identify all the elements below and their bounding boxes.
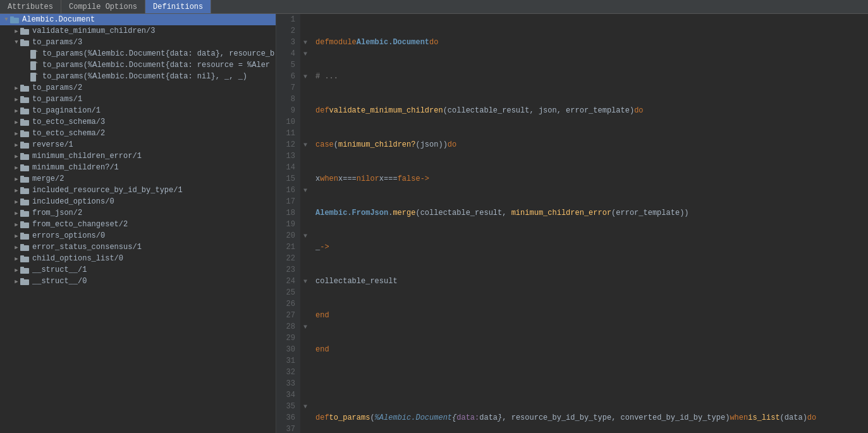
expand-arrow: ▼ [13, 39, 20, 46]
sidebar-item-from-json-2[interactable]: ▶ from_json/2 [0, 207, 276, 219]
sidebar-item-from-ecto-changeset[interactable]: ▶ from_ecto_changeset/2 [0, 219, 276, 230]
sidebar-item-label: to_ecto_schema/3 [32, 118, 105, 126]
code-editor: 12345 678910 1112131415 1617181920 21222… [276, 14, 868, 433]
sidebar-item-label: from_json/2 [32, 209, 82, 217]
sidebar-item-label: minimum_children_error/1 [32, 152, 142, 161]
svg-rect-45 [20, 267, 24, 269]
expand-arrow: ▶ [13, 187, 20, 194]
sidebar-item-struct-0[interactable]: ▶ __struct__/0 [0, 276, 276, 287]
sidebar-item-to-params-3[interactable]: ▼ to_params/3 [0, 37, 276, 48]
file-icon [30, 50, 40, 58]
sidebar-item-label: to_params/3 [32, 38, 82, 47]
svg-rect-24 [20, 154, 29, 160]
svg-rect-13 [20, 85, 24, 87]
sidebar-item-included-resource[interactable]: ▶ included_resource_by_id_by_type/1 [0, 185, 276, 196]
svg-rect-20 [20, 131, 29, 137]
svg-rect-32 [20, 200, 29, 205]
folder-icon [20, 175, 30, 183]
sidebar-item-to-params-nil[interactable]: to_params(%Alembic.Document{data: nil}, … [0, 71, 276, 82]
line-numbers: 12345 678910 1112131415 1617181920 21222… [276, 14, 300, 433]
sidebar-item-child-options-list[interactable]: ▶ child_options_list/0 [0, 253, 276, 264]
tab-compile-options[interactable]: Compile Options [61, 0, 145, 13]
tab-bar: Attributes Compile Options Definitions [0, 0, 868, 14]
folder-icon [20, 198, 30, 205]
sidebar-item-merge-2[interactable]: ▶ merge/2 [0, 173, 276, 185]
expand-arrow: ▶ [13, 85, 20, 92]
sidebar-item-validate-minimum-children[interactable]: ▶ validate_minimum_children/3 [0, 25, 276, 37]
svg-rect-35 [20, 210, 24, 212]
svg-rect-33 [20, 198, 24, 200]
sidebar-item-label: from_ecto_changeset/2 [32, 220, 128, 229]
sidebar-item-label: __struct__/0 [32, 277, 87, 286]
svg-rect-43 [20, 255, 24, 257]
file-icon [30, 61, 40, 69]
svg-rect-38 [20, 234, 29, 240]
expand-arrow: ▶ [13, 107, 20, 114]
sidebar-item-to-params-data-resource2[interactable]: to_params(%Alembic.Document{data: resour… [0, 59, 276, 71]
sidebar-item-minimum-children-q[interactable]: ▶ minimum_children?/1 [0, 162, 276, 173]
sidebar-item-label: to_params/1 [32, 95, 82, 104]
svg-rect-3 [20, 28, 24, 30]
svg-marker-7 [36, 50, 38, 52]
folder-icon [10, 16, 20, 23]
svg-rect-42 [20, 257, 29, 262]
svg-rect-47 [20, 278, 24, 280]
expand-arrow: ▼ [3, 16, 10, 23]
expand-arrow: ▶ [13, 153, 20, 160]
folder-icon [20, 39, 30, 46]
expand-arrow: ▶ [13, 130, 20, 137]
expand-arrow: ▶ [13, 267, 20, 274]
sidebar-item-label: included_options/0 [32, 197, 114, 206]
sidebar-item-label: included_resource_by_id_by_type/1 [32, 186, 183, 195]
sidebar-item-to-ecto-schema-3[interactable]: ▶ to_ecto_schema/3 [0, 116, 276, 128]
svg-rect-25 [20, 153, 24, 155]
svg-rect-1 [10, 16, 14, 18]
expand-arrow: ▶ [13, 176, 20, 183]
sidebar-item-alembic-document[interactable]: ▼ Alembic.Document [0, 14, 276, 25]
folder-icon [20, 95, 30, 103]
sidebar-item-minimum-children-error[interactable]: ▶ minimum_children_error/1 [0, 150, 276, 162]
sidebar-item-to-pagination-1[interactable]: ▶ to_pagination/1 [0, 105, 276, 116]
sidebar-item-to-params-2[interactable]: ▶ to_params/2 [0, 82, 276, 94]
folder-icon [20, 118, 30, 126]
tab-definitions[interactable]: Definitions [145, 0, 211, 13]
sidebar-item-to-params-1[interactable]: ▶ to_params/1 [0, 94, 276, 105]
svg-rect-29 [20, 176, 24, 178]
folder-icon [20, 107, 30, 114]
expand-arrow: ▶ [13, 198, 20, 205]
svg-rect-14 [20, 97, 29, 103]
sidebar-item-label: child_options_list/0 [32, 254, 123, 263]
sidebar-item-label: to_params/2 [32, 83, 82, 92]
tab-attributes[interactable]: Attributes [0, 0, 61, 13]
code-content: defmodule Alembic.Document do # ... def … [310, 14, 868, 433]
expand-arrow: ▶ [13, 210, 20, 217]
svg-rect-19 [20, 119, 24, 121]
svg-rect-40 [20, 245, 29, 251]
folder-icon [20, 152, 30, 160]
svg-rect-16 [20, 109, 29, 114]
sidebar[interactable]: ▼ Alembic.Document ▶ validate_minimum_ch… [0, 14, 276, 433]
svg-rect-37 [20, 221, 24, 223]
folder-icon [20, 141, 30, 149]
sidebar-item-errors-options[interactable]: ▶ errors_options/0 [0, 230, 276, 241]
svg-rect-4 [20, 40, 29, 46]
expand-arrow: ▶ [13, 142, 20, 149]
expand-arrow: ▶ [13, 255, 20, 262]
sidebar-item-error-status-consensus[interactable]: ▶ error_status_consensus/1 [0, 241, 276, 253]
svg-rect-44 [20, 268, 29, 274]
sidebar-item-label: reverse/1 [32, 140, 73, 149]
sidebar-item-to-ecto-schema-2[interactable]: ▶ to_ecto_schema/2 [0, 128, 276, 139]
sidebar-item-reverse-1[interactable]: ▶ reverse/1 [0, 139, 276, 150]
svg-marker-11 [36, 73, 38, 75]
sidebar-item-struct-1[interactable]: ▶ __struct__/1 [0, 264, 276, 276]
expand-arrow: ▶ [13, 28, 20, 35]
expand-arrow: ▶ [13, 164, 20, 171]
sidebar-item-to-params-data-resource[interactable]: to_params(%Alembic.Document{data: data},… [0, 48, 276, 59]
expand-arrow: ▶ [13, 233, 20, 240]
svg-rect-0 [10, 18, 19, 23]
svg-rect-26 [20, 166, 29, 171]
sidebar-item-label: to_params(%Alembic.Document{data: nil}, … [42, 72, 247, 81]
sidebar-item-label: to_params(%Alembic.Document{data: data},… [42, 49, 274, 58]
sidebar-item-included-options[interactable]: ▶ included_options/0 [0, 196, 276, 207]
svg-rect-18 [20, 120, 29, 126]
